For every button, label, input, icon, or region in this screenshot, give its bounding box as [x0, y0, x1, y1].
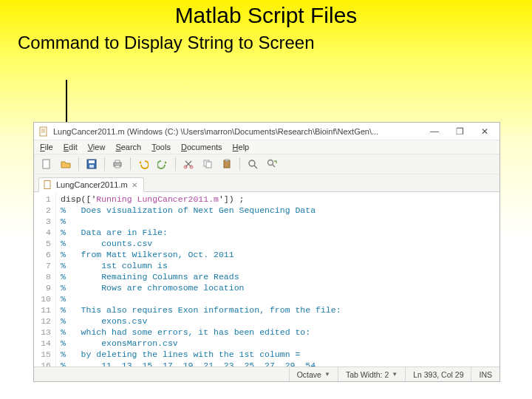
menu-tools[interactable]: Tools — [151, 143, 171, 151]
menu-view[interactable]: View — [88, 143, 106, 151]
toolbar-sep — [239, 157, 240, 171]
redo-button[interactable] — [154, 157, 171, 171]
svg-point-16 — [249, 160, 255, 166]
svg-rect-2 — [40, 127, 47, 136]
code-area[interactable]: 123456789101112131415161718 disp(['Runni… — [34, 192, 499, 366]
minimize-button[interactable]: — — [424, 126, 445, 137]
file-tab[interactable]: LungCancer2011.m ✕ — [38, 177, 144, 192]
close-button[interactable]: ✕ — [474, 126, 495, 137]
paste-button[interactable] — [219, 157, 235, 171]
maximize-button[interactable]: ❐ — [449, 126, 470, 137]
cut-button[interactable] — [180, 157, 197, 171]
tab-close-button[interactable]: ✕ — [132, 181, 137, 189]
editor-window: LungCancer2011.m (Windows (C:) \Users\ma… — [33, 122, 500, 382]
menu-search[interactable]: Search — [115, 143, 141, 151]
code-lines[interactable]: disp(['Running LungCancer2011.m']) ;% Do… — [56, 192, 341, 366]
document-icon — [44, 180, 52, 189]
statusbar: Octave▼ Tab Width: 2▼ Ln 393, Col 29 INS — [34, 366, 499, 381]
find-button[interactable] — [245, 157, 261, 171]
svg-line-17 — [254, 166, 257, 168]
svg-rect-3 — [43, 160, 50, 168]
toolbar-sep — [175, 157, 176, 171]
status-position: Ln 393, Col 29 — [405, 367, 471, 381]
toolbar-sep — [104, 157, 105, 171]
document-icon — [38, 126, 49, 137]
svg-line-19 — [273, 165, 275, 167]
svg-rect-20 — [44, 181, 50, 189]
status-tabwidth[interactable]: Tab Width: 2▼ — [338, 367, 405, 381]
copy-button[interactable] — [200, 157, 216, 171]
tabbar: LungCancer2011.m ✕ — [34, 174, 499, 192]
menu-file[interactable]: File — [40, 143, 53, 151]
svg-rect-15 — [225, 160, 228, 161]
slide-title: Matlab Script Files — [0, 0, 532, 28]
print-button[interactable] — [109, 157, 126, 171]
svg-rect-6 — [89, 165, 94, 168]
svg-point-18 — [268, 160, 273, 166]
undo-button[interactable] — [135, 157, 151, 171]
svg-rect-13 — [206, 162, 211, 168]
save-button[interactable] — [83, 157, 100, 171]
menu-help[interactable]: Help — [233, 143, 250, 151]
svg-rect-9 — [115, 166, 120, 168]
toolbar-sep — [130, 157, 131, 171]
open-button[interactable] — [58, 157, 74, 171]
status-insert-mode[interactable]: INS — [471, 367, 499, 381]
new-file-button[interactable] — [38, 157, 55, 171]
find-replace-button[interactable] — [264, 157, 280, 171]
menu-documents[interactable]: Documents — [181, 143, 222, 151]
status-language[interactable]: Octave▼ — [289, 367, 338, 381]
slide-subtitle: Command to Display String to Screen — [0, 28, 532, 53]
svg-rect-8 — [115, 160, 120, 163]
menubar: File Edit View Search Tools Documents He… — [34, 140, 499, 154]
toolbar — [34, 154, 499, 174]
menu-edit[interactable]: Edit — [64, 143, 78, 151]
file-tab-label: LungCancer2011.m — [56, 180, 128, 189]
titlebar: LungCancer2011.m (Windows (C:) \Users\ma… — [34, 123, 499, 140]
toolbar-sep — [78, 157, 79, 171]
svg-rect-5 — [89, 160, 95, 163]
line-gutter: 123456789101112131415161718 — [34, 192, 56, 366]
window-title: LungCancer2011.m (Windows (C:) \Users\ma… — [53, 127, 420, 136]
